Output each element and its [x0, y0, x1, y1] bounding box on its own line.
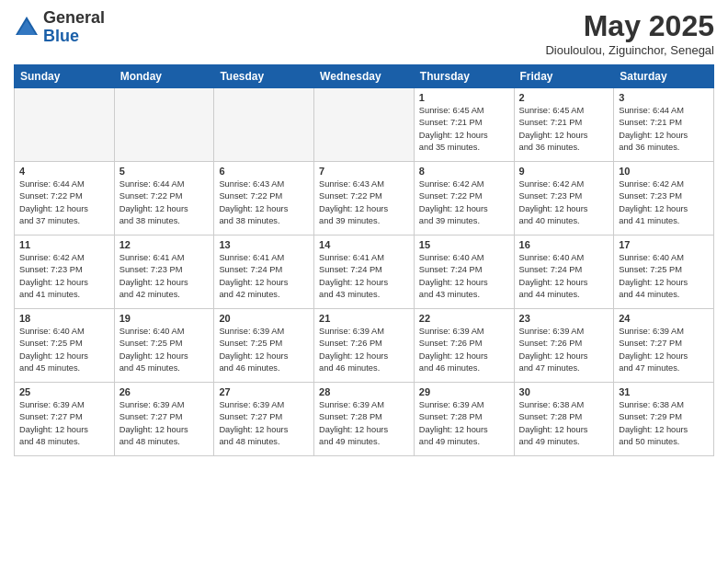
day-cell: 2Sunrise: 6:45 AM Sunset: 7:21 PM Daylig… [514, 88, 614, 162]
day-cell [214, 88, 314, 162]
day-number: 28 [319, 386, 409, 397]
day-info: Sunrise: 6:39 AM Sunset: 7:26 PM Dayligh… [319, 326, 409, 375]
day-cell: 15Sunrise: 6:40 AM Sunset: 7:24 PM Dayli… [414, 236, 514, 309]
day-number: 18 [19, 313, 109, 324]
header-cell-saturday: Saturday [614, 65, 714, 88]
day-cell: 4Sunrise: 6:44 AM Sunset: 7:22 PM Daylig… [15, 162, 115, 236]
day-cell: 22Sunrise: 6:39 AM Sunset: 7:26 PM Dayli… [414, 309, 514, 383]
day-cell: 24Sunrise: 6:39 AM Sunset: 7:27 PM Dayli… [614, 309, 714, 383]
day-number: 5 [119, 166, 210, 177]
day-number: 10 [619, 166, 709, 177]
day-cell: 21Sunrise: 6:39 AM Sunset: 7:26 PM Dayli… [314, 309, 415, 383]
day-number: 22 [419, 313, 509, 324]
day-cell: 19Sunrise: 6:40 AM Sunset: 7:25 PM Dayli… [114, 309, 214, 383]
day-number: 3 [619, 92, 709, 103]
day-info: Sunrise: 6:40 AM Sunset: 7:24 PM Dayligh… [419, 252, 509, 302]
title-block: May 2025 Diouloulou, Ziguinchor, Senegal [545, 9, 714, 57]
day-cell: 13Sunrise: 6:41 AM Sunset: 7:24 PM Dayli… [214, 236, 314, 309]
day-cell: 1Sunrise: 6:45 AM Sunset: 7:21 PM Daylig… [414, 88, 514, 162]
day-info: Sunrise: 6:40 AM Sunset: 7:24 PM Dayligh… [519, 252, 609, 302]
day-number: 30 [519, 386, 609, 397]
day-info: Sunrise: 6:38 AM Sunset: 7:29 PM Dayligh… [619, 399, 709, 449]
day-number: 15 [419, 239, 509, 250]
day-cell: 18Sunrise: 6:40 AM Sunset: 7:25 PM Dayli… [15, 309, 115, 383]
day-info: Sunrise: 6:41 AM Sunset: 7:24 PM Dayligh… [319, 252, 409, 302]
day-number: 12 [119, 239, 210, 250]
day-cell: 25Sunrise: 6:39 AM Sunset: 7:27 PM Dayli… [15, 383, 115, 456]
day-number: 13 [219, 239, 309, 250]
day-number: 29 [419, 386, 509, 397]
day-cell: 5Sunrise: 6:44 AM Sunset: 7:22 PM Daylig… [114, 162, 214, 236]
day-info: Sunrise: 6:39 AM Sunset: 7:27 PM Dayligh… [119, 399, 210, 449]
day-info: Sunrise: 6:39 AM Sunset: 7:28 PM Dayligh… [419, 399, 509, 449]
day-info: Sunrise: 6:42 AM Sunset: 7:23 PM Dayligh… [619, 178, 709, 228]
day-number: 31 [619, 386, 709, 397]
day-number: 26 [119, 386, 210, 397]
day-number: 14 [319, 239, 409, 250]
day-number: 27 [219, 386, 309, 397]
day-info: Sunrise: 6:44 AM Sunset: 7:21 PM Dayligh… [619, 105, 709, 155]
week-row-4: 25Sunrise: 6:39 AM Sunset: 7:27 PM Dayli… [15, 383, 714, 456]
day-info: Sunrise: 6:43 AM Sunset: 7:22 PM Dayligh… [319, 178, 409, 228]
day-number: 1 [419, 92, 509, 103]
day-cell: 9Sunrise: 6:42 AM Sunset: 7:23 PM Daylig… [514, 162, 614, 236]
day-number: 20 [219, 313, 309, 324]
day-info: Sunrise: 6:40 AM Sunset: 7:25 PM Dayligh… [119, 326, 210, 375]
header-cell-tuesday: Tuesday [214, 65, 314, 88]
day-cell: 6Sunrise: 6:43 AM Sunset: 7:22 PM Daylig… [214, 162, 314, 236]
day-info: Sunrise: 6:39 AM Sunset: 7:27 PM Dayligh… [619, 326, 709, 375]
day-cell: 20Sunrise: 6:39 AM Sunset: 7:25 PM Dayli… [214, 309, 314, 383]
day-info: Sunrise: 6:39 AM Sunset: 7:25 PM Dayligh… [219, 326, 309, 375]
calendar-table: SundayMondayTuesdayWednesdayThursdayFrid… [14, 64, 714, 456]
header-cell-friday: Friday [514, 65, 614, 88]
day-number: 11 [19, 239, 109, 250]
day-info: Sunrise: 6:44 AM Sunset: 7:22 PM Dayligh… [119, 178, 210, 228]
day-number: 19 [119, 313, 210, 324]
week-row-0: 1Sunrise: 6:45 AM Sunset: 7:21 PM Daylig… [15, 88, 714, 162]
day-info: Sunrise: 6:39 AM Sunset: 7:26 PM Dayligh… [519, 326, 609, 375]
day-info: Sunrise: 6:44 AM Sunset: 7:22 PM Dayligh… [19, 178, 109, 228]
day-cell: 23Sunrise: 6:39 AM Sunset: 7:26 PM Dayli… [514, 309, 614, 383]
day-cell: 26Sunrise: 6:39 AM Sunset: 7:27 PM Dayli… [114, 383, 214, 456]
day-cell: 11Sunrise: 6:42 AM Sunset: 7:23 PM Dayli… [15, 236, 115, 309]
day-number: 7 [319, 166, 409, 177]
day-info: Sunrise: 6:40 AM Sunset: 7:25 PM Dayligh… [619, 252, 709, 302]
day-cell: 12Sunrise: 6:41 AM Sunset: 7:23 PM Dayli… [114, 236, 214, 309]
day-info: Sunrise: 6:42 AM Sunset: 7:22 PM Dayligh… [419, 178, 509, 228]
day-number: 24 [619, 313, 709, 324]
day-cell: 28Sunrise: 6:39 AM Sunset: 7:28 PM Dayli… [314, 383, 415, 456]
week-row-3: 18Sunrise: 6:40 AM Sunset: 7:25 PM Dayli… [15, 309, 714, 383]
day-cell: 30Sunrise: 6:38 AM Sunset: 7:28 PM Dayli… [514, 383, 614, 456]
day-info: Sunrise: 6:42 AM Sunset: 7:23 PM Dayligh… [519, 178, 609, 228]
week-row-2: 11Sunrise: 6:42 AM Sunset: 7:23 PM Dayli… [15, 236, 714, 309]
week-row-1: 4Sunrise: 6:44 AM Sunset: 7:22 PM Daylig… [15, 162, 714, 236]
logo-general-text: General [43, 9, 105, 28]
month-title: May 2025 [545, 9, 714, 43]
header-cell-wednesday: Wednesday [314, 65, 415, 88]
day-cell: 29Sunrise: 6:39 AM Sunset: 7:28 PM Dayli… [414, 383, 514, 456]
day-cell [314, 88, 415, 162]
day-number: 8 [419, 166, 509, 177]
day-info: Sunrise: 6:42 AM Sunset: 7:23 PM Dayligh… [19, 252, 109, 302]
day-number: 25 [19, 386, 109, 397]
day-number: 2 [519, 92, 609, 103]
day-cell: 8Sunrise: 6:42 AM Sunset: 7:22 PM Daylig… [414, 162, 514, 236]
day-info: Sunrise: 6:39 AM Sunset: 7:26 PM Dayligh… [419, 326, 509, 375]
day-number: 21 [319, 313, 409, 324]
header-cell-thursday: Thursday [414, 65, 514, 88]
day-cell: 31Sunrise: 6:38 AM Sunset: 7:29 PM Dayli… [614, 383, 714, 456]
header-row: SundayMondayTuesdayWednesdayThursdayFrid… [15, 65, 714, 88]
day-number: 6 [219, 166, 309, 177]
day-info: Sunrise: 6:40 AM Sunset: 7:25 PM Dayligh… [19, 326, 109, 375]
day-cell: 14Sunrise: 6:41 AM Sunset: 7:24 PM Dayli… [314, 236, 415, 309]
day-info: Sunrise: 6:45 AM Sunset: 7:21 PM Dayligh… [519, 105, 609, 155]
day-info: Sunrise: 6:41 AM Sunset: 7:24 PM Dayligh… [219, 252, 309, 302]
day-number: 4 [19, 166, 109, 177]
day-number: 16 [519, 239, 609, 250]
header: General Blue May 2025 Diouloulou, Ziguin… [14, 9, 714, 57]
day-cell: 3Sunrise: 6:44 AM Sunset: 7:21 PM Daylig… [614, 88, 714, 162]
day-number: 23 [519, 313, 609, 324]
day-cell [15, 88, 115, 162]
logo: General Blue [14, 9, 105, 46]
day-info: Sunrise: 6:45 AM Sunset: 7:21 PM Dayligh… [419, 105, 509, 155]
